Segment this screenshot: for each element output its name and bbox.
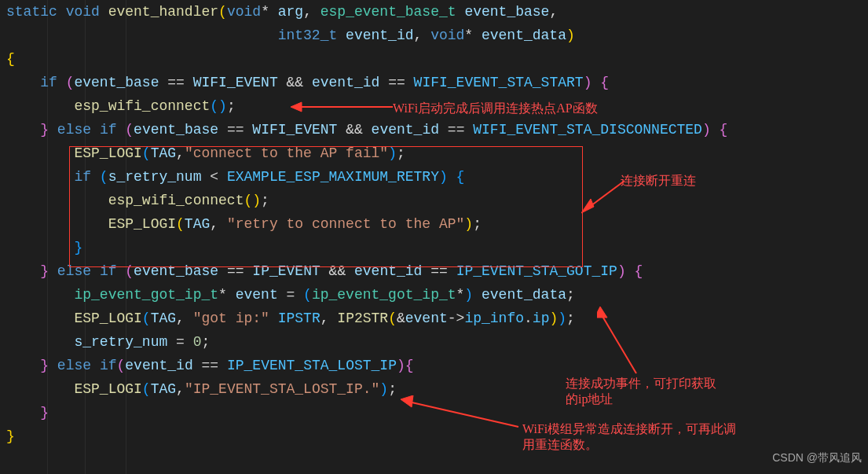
watermark: CSDN @带风追风 <box>772 446 862 469</box>
code-line: } else if (event_base == WIFI_EVENT && e… <box>0 118 868 141</box>
code-line: } else if(event_id == IP_EVENT_STA_LOST_… <box>0 354 868 377</box>
code-line: ip_event_got_ip_t* event = (ip_event_got… <box>0 283 868 307</box>
annotation-got-ip: 连接成功事件，可打印获取 的ip地址 <box>566 376 716 407</box>
code-line: { <box>0 47 868 71</box>
annotation-reconnect: 连接断开重连 <box>621 173 696 189</box>
svg-line-6 <box>408 402 518 427</box>
code-line: ESP_LOGI(TAG, "got ip:" IPSTR, IP2STR(&e… <box>0 307 868 330</box>
highlight-box-reconnect <box>69 146 583 267</box>
svg-line-4 <box>599 310 636 373</box>
code-line: if (event_base == WIFI_EVENT && event_id… <box>0 71 868 94</box>
svg-marker-3 <box>581 199 594 213</box>
code-line: s_retry_num = 0; <box>0 330 868 354</box>
annotation-wifi-start: WiFi启动完成后调用连接热点AP函数 <box>393 101 598 116</box>
annotation-lost-ip: WiFi模组异常造成连接断开，可再此调 用重连函数。 <box>522 421 736 453</box>
code-line: static void event_handler(void* arg, esp… <box>0 0 868 24</box>
arrow-wifi-start <box>291 99 393 115</box>
svg-marker-5 <box>597 307 607 318</box>
arrow-got-ip <box>597 307 644 381</box>
svg-marker-1 <box>291 102 302 112</box>
arrow-lost-ip <box>401 395 522 435</box>
code-line: int32_t event_id, void* event_data) <box>0 24 868 47</box>
svg-marker-7 <box>401 395 413 407</box>
